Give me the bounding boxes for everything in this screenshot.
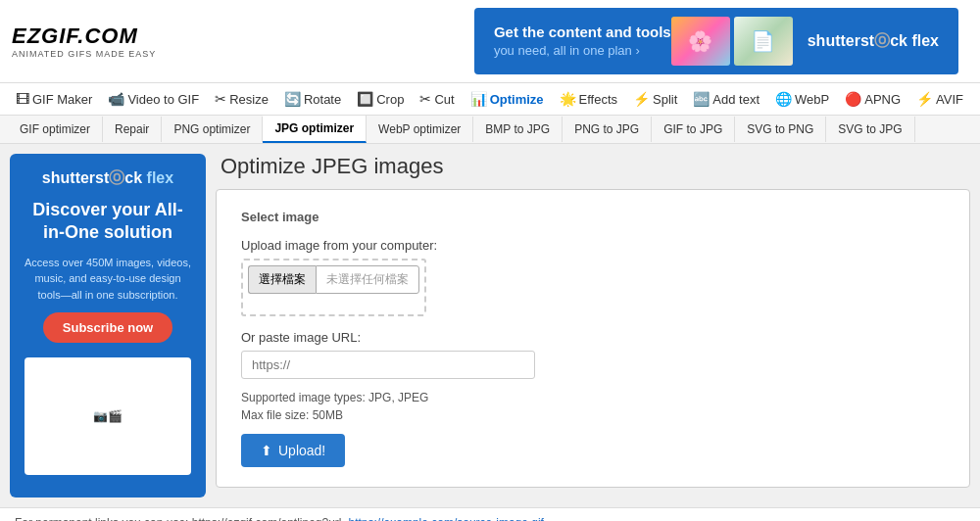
ad-banner[interactable]: Get the content and tools you need, all … [474, 8, 958, 74]
url-label: Or paste image URL: [241, 330, 945, 345]
left-ad-body: Access over 450M images, videos, music, … [24, 255, 191, 304]
upload-icon: ⬆ [261, 443, 272, 458]
file-input-wrapper: 選擇檔案 未選擇任何檔案 [241, 259, 426, 316]
url-section: Or paste image URL: [241, 330, 945, 379]
main-nav: 🎞GIF Maker📹Video to GIF✂Resize🔄Rotate🔲Cr… [0, 83, 980, 116]
section-title: Select image [241, 210, 945, 224]
ad-brand: shutterstⓞck flex [808, 31, 939, 52]
subnav-item-png-optimizer[interactable]: PNG optimizer [162, 117, 263, 142]
supported-types: Supported image types: JPG, JPEG [241, 391, 945, 404]
footer-text: For permanent links you can use: https:/… [15, 516, 349, 521]
nav-item-avif[interactable]: ⚡AVIF [908, 83, 971, 115]
nav-item-split[interactable]: ⚡Split [625, 83, 685, 115]
subnav-item-jpg-optimizer[interactable]: JPG optimizer [263, 116, 367, 143]
subnav-item-svg-to-png[interactable]: SVG to PNG [735, 117, 826, 142]
nav-item-video-to-gif[interactable]: 📹Video to GIF [100, 83, 207, 115]
ad-line1: Get the content and tools [494, 24, 671, 40]
nav-item-effects[interactable]: 🌟Effects [552, 83, 626, 115]
logo-sub: ANIMATED GIFS MADE EASY [12, 49, 156, 59]
select-image-box: Select image Upload image from your comp… [216, 189, 970, 488]
upload-label: Upload image from your computer: [241, 238, 945, 253]
nav-item-crop[interactable]: 🔲Crop [349, 83, 412, 115]
nav-item-webp[interactable]: 🌐WebP [767, 83, 837, 115]
footer-bar: For permanent links you can use: https:/… [0, 507, 980, 521]
logo-main[interactable]: EZGIF.COM [12, 24, 156, 49]
subnav-item-svg-to-jpg[interactable]: SVG to JPG [826, 117, 914, 142]
upload-button-label: Upload! [278, 443, 325, 458]
subnav-item-bmp-to-jpg[interactable]: BMP to JPG [473, 117, 563, 142]
ad-image-papers: 📄 [734, 17, 793, 66]
nav-item-optimize[interactable]: 📊Optimize [463, 83, 552, 115]
max-size: Max file size: 50MB [241, 408, 945, 422]
ad-text: Get the content and tools you need, all … [494, 23, 671, 60]
url-input[interactable] [241, 351, 535, 379]
info-section: Supported image types: JPG, JPEG Max fil… [241, 391, 945, 422]
file-input-row: 選擇檔案 未選擇任何檔案 [248, 265, 419, 294]
page-title: Optimize JPEG images [216, 154, 970, 179]
header-right: Get the content and tools you need, all … [474, 8, 968, 74]
subnav-item-webp-optimizer[interactable]: WebP optimizer [367, 117, 473, 142]
left-ad-preview: 📷🎬 [24, 357, 191, 475]
subnav-item-repair[interactable]: Repair [103, 117, 162, 142]
nav-item-apng[interactable]: 🔴APNG [837, 83, 908, 115]
nav-item-cut[interactable]: ✂Cut [412, 83, 462, 115]
file-name-display: 未選擇任何檔案 [316, 265, 419, 294]
subnav-item-png-to-jpg[interactable]: PNG to JPG [563, 117, 652, 142]
nav-item-resize[interactable]: ✂Resize [207, 83, 276, 115]
footer-link[interactable]: https://example.com/source-image.gif [349, 516, 544, 521]
ad-image-flowers: 🌸 [671, 17, 730, 66]
left-ad-logo: shutterstⓞck flex [42, 168, 173, 189]
ad-line2[interactable]: you need, all in one plan › [494, 43, 640, 58]
nav-item-add-text[interactable]: 🔤Add text [685, 83, 767, 115]
subnav-item-gif-to-jpg[interactable]: GIF to JPG [652, 117, 735, 142]
sub-nav: GIF optimizerRepairPNG optimizerJPG opti… [0, 116, 980, 144]
subscribe-button[interactable]: Subscribe now [43, 312, 172, 343]
logo: EZGIF.COM ANIMATED GIFS MADE EASY [12, 24, 156, 59]
ad-images: 🌸 📄 [671, 17, 793, 66]
choose-file-button[interactable]: 選擇檔案 [248, 265, 316, 294]
left-ad-headline: Discover your All-in-One solution [24, 199, 191, 245]
header: EZGIF.COM ANIMATED GIFS MADE EASY Get th… [0, 0, 980, 83]
content-area: Optimize JPEG images Select image Upload… [216, 154, 970, 497]
subnav-item-gif-optimizer[interactable]: GIF optimizer [8, 117, 103, 142]
nav-item-rotate[interactable]: 🔄Rotate [276, 83, 349, 115]
left-ad: shutterstⓞck flex Discover your All-in-O… [10, 154, 206, 497]
upload-button[interactable]: ⬆ Upload! [241, 434, 345, 467]
main-content: shutterstⓞck flex Discover your All-in-O… [0, 144, 980, 507]
nav-item-gif-maker[interactable]: 🎞GIF Maker [8, 83, 100, 115]
